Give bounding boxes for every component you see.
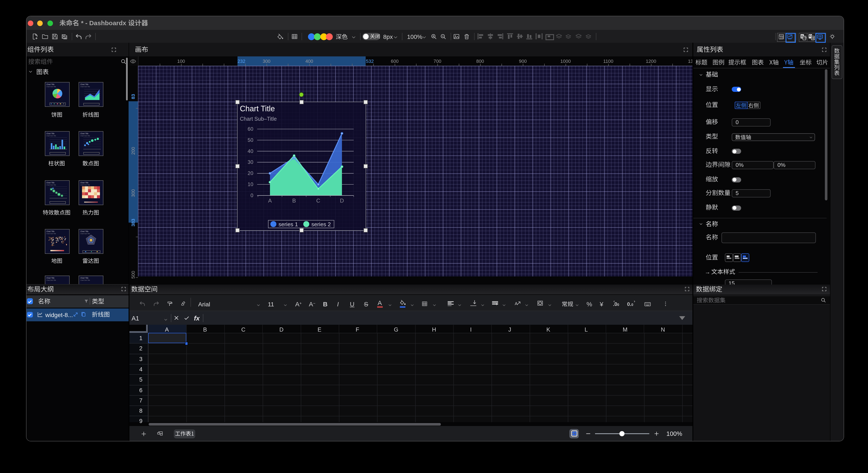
svg-text:20: 20: [247, 170, 253, 176]
svg-text:0: 0: [250, 192, 253, 198]
svg-text:50: 50: [247, 137, 253, 143]
svg-text:OS: OS: [818, 35, 822, 38]
svg-text:Chart Title: Chart Title: [240, 104, 275, 113]
svg-text:60: 60: [247, 126, 253, 131]
svg-text:D: D: [340, 197, 344, 204]
svg-text:10: 10: [247, 181, 253, 187]
svg-text:B: B: [292, 197, 296, 204]
svg-text:40: 40: [247, 148, 253, 154]
svg-text:30: 30: [247, 159, 253, 165]
svg-text:series 1: series 1: [278, 221, 298, 227]
svg-text:C: C: [316, 197, 320, 204]
svg-text:Chart Sub–Title: Chart Sub–Title: [240, 116, 277, 122]
svg-text:series 2: series 2: [311, 221, 331, 227]
svg-text:A: A: [268, 197, 272, 204]
